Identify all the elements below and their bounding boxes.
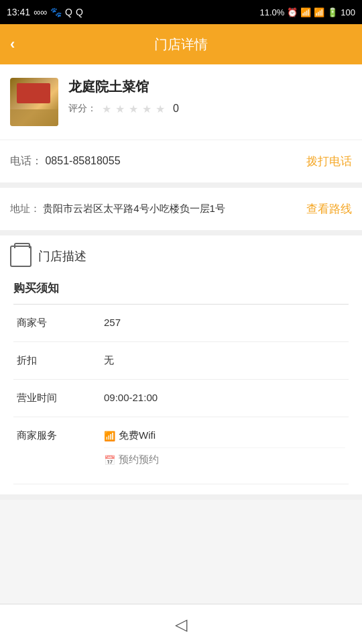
status-infinity: ∞∞ — [34, 7, 47, 17]
reservation-label: 预约预约 — [119, 453, 159, 466]
star-2: ★ — [115, 103, 127, 115]
wifi-label: 免费Wifi — [119, 429, 156, 442]
store-name: 龙庭院土菜馆 — [68, 78, 352, 96]
section-title-text: 门店描述 — [38, 248, 86, 264]
status-q2: Q — [76, 7, 83, 17]
star-3: ★ — [129, 103, 141, 115]
status-icon1: 🐾 — [50, 7, 62, 17]
store-info-section: 龙庭院土菜馆 评分： ★ ★ ★ ★ ★ 0 — [0, 64, 362, 140]
section-title: 门店描述 — [10, 246, 352, 267]
status-left: 13:41 ∞∞ 🐾 Q Q — [7, 7, 83, 17]
star-5: ★ — [156, 103, 168, 115]
calendar-icon: 📅 — [104, 455, 115, 466]
wifi-icon: 📶 — [104, 431, 115, 441]
stars-container: ★ ★ ★ ★ ★ — [102, 103, 168, 115]
purchase-info: 购买须知 商家号 257 折扣 无 营业时间 09:00-21:00 — [10, 280, 352, 484]
status-battery: 🔋 — [327, 7, 338, 17]
purchase-title: 购买须知 — [13, 280, 349, 296]
call-button[interactable]: 拨打电话 — [306, 154, 352, 169]
status-time: 13:41 — [7, 7, 30, 17]
rating-score: 0 — [173, 103, 179, 115]
address-value: 贵阳市云岩区太平路4号小吃楼负一层1号 — [43, 203, 225, 214]
contact-section: 电话： 0851-85818055 拨打电话 — [0, 140, 362, 188]
phone-label: 电话： — [10, 155, 42, 166]
address-label: 地址： — [10, 203, 40, 214]
status-clock-icon: ⏰ — [287, 7, 298, 17]
star-1: ★ — [102, 103, 114, 115]
navigation-button[interactable]: 查看路线 — [306, 201, 352, 217]
rating-label: 评分： — [68, 103, 97, 115]
table-row: 折扣 无 — [13, 342, 349, 380]
value-services: 📶 免费Wifi 📅 预约预约 — [101, 417, 349, 484]
label-hours: 营业时间 — [13, 380, 101, 417]
status-right: 11.0% ⏰ 📶 📶 🔋 100 — [259, 7, 355, 17]
shop-icon — [10, 246, 32, 267]
store-meta: 龙庭院土菜馆 评分： ★ ★ ★ ★ ★ 0 — [68, 78, 352, 115]
header: ‹ 门店详情 — [0, 24, 362, 64]
store-image — [10, 78, 58, 126]
table-row: 营业时间 09:00-21:00 — [13, 380, 349, 417]
bottom-back-button[interactable]: ◁ — [175, 615, 187, 634]
header-title: 门店详情 — [154, 36, 208, 54]
status-wifi-icon: 📶 — [300, 7, 311, 17]
back-button[interactable]: ‹ — [10, 36, 15, 53]
address-section: 地址： 贵阳市云岩区太平路4号小吃楼负一层1号 查看路线 — [0, 188, 362, 235]
status-signal-icon: 📶 — [314, 7, 324, 17]
label-discount: 折扣 — [13, 342, 101, 380]
star-4: ★ — [142, 103, 154, 115]
label-merchant-id: 商家号 — [13, 305, 101, 342]
store-rating: 评分： ★ ★ ★ ★ ★ 0 — [68, 103, 352, 115]
status-bar: 13:41 ∞∞ 🐾 Q Q 11.0% ⏰ 📶 📶 🔋 100 — [0, 0, 362, 24]
value-merchant-id: 257 — [101, 305, 349, 342]
table-row: 商家服务 📶 免费Wifi 📅 预约预约 — [13, 417, 349, 484]
status-battery-percent: 11.0% — [259, 7, 284, 17]
description-section: 门店描述 购买须知 商家号 257 折扣 无 营业时间 09:00-21:00 — [0, 235, 362, 500]
label-services: 商家服务 — [13, 417, 101, 484]
status-battery-num: 100 — [341, 7, 355, 17]
phone-number: 0851-85818055 — [45, 155, 120, 166]
content-area: 龙庭院土菜馆 评分： ★ ★ ★ ★ ★ 0 电话： 0851-85818055… — [0, 64, 362, 540]
status-search-icon: Q — [65, 7, 72, 17]
store-thumbnail — [10, 78, 58, 126]
table-row: 商家号 257 — [13, 305, 349, 342]
info-table: 商家号 257 折扣 无 营业时间 09:00-21:00 商家服务 — [13, 304, 349, 484]
value-discount: 无 — [101, 342, 349, 380]
address-text: 地址： 贵阳市云岩区太平路4号小吃楼负一层1号 — [10, 201, 300, 217]
value-hours: 09:00-21:00 — [101, 380, 349, 417]
service-wifi-row: 📶 免费Wifi — [104, 429, 345, 442]
phone-info: 电话： 0851-85818055 — [10, 154, 121, 168]
bottom-navigation: ◁ — [0, 604, 362, 644]
service-reservation-row: 📅 预约预约 — [104, 447, 345, 466]
